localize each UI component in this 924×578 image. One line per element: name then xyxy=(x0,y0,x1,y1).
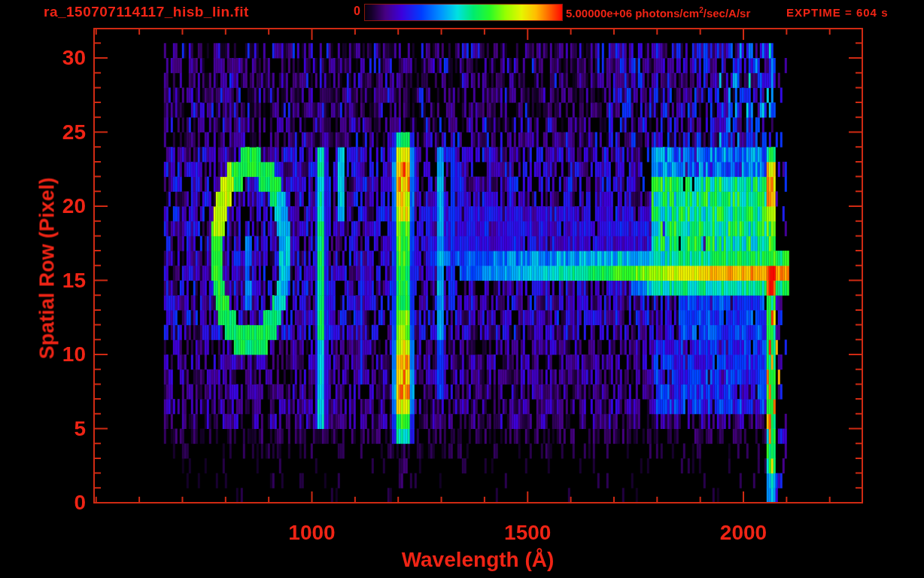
y-tick-label: 15 xyxy=(33,269,86,292)
y-tick-label: 10 xyxy=(33,343,86,366)
x-axis-title: Wavelength (Å) xyxy=(388,548,568,572)
x-tick-label: 1500 xyxy=(494,521,561,545)
colorbar-max-label-pre: 5.00000e+06 photons/cm xyxy=(566,7,699,20)
y-tick-label: 5 xyxy=(33,418,86,440)
colorbar-max-label: 5.00000e+06 photons/cm2/sec/A/sr xyxy=(566,6,750,20)
exptime-label: EXPTIME = 604 s xyxy=(786,6,888,19)
y-tick-label: 20 xyxy=(33,195,86,218)
x-tick-label: 1000 xyxy=(278,521,346,545)
colorbar-min-label: 0 xyxy=(354,5,360,18)
heatmap-canvas xyxy=(0,0,924,578)
colorbar-max-label-post: /sec/A/sr xyxy=(704,7,751,20)
spectrogram-window: ra_150707114117_hisb_lin.fit 0 5.00000e+… xyxy=(0,0,924,578)
colorbar-gradient xyxy=(364,4,563,21)
file-title: ra_150707114117_hisb_lin.fit xyxy=(44,4,249,20)
y-tick-label: 25 xyxy=(33,121,86,144)
y-tick-label: 0 xyxy=(33,491,86,514)
x-tick-label: 2000 xyxy=(710,521,777,545)
y-tick-label: 30 xyxy=(33,47,86,69)
